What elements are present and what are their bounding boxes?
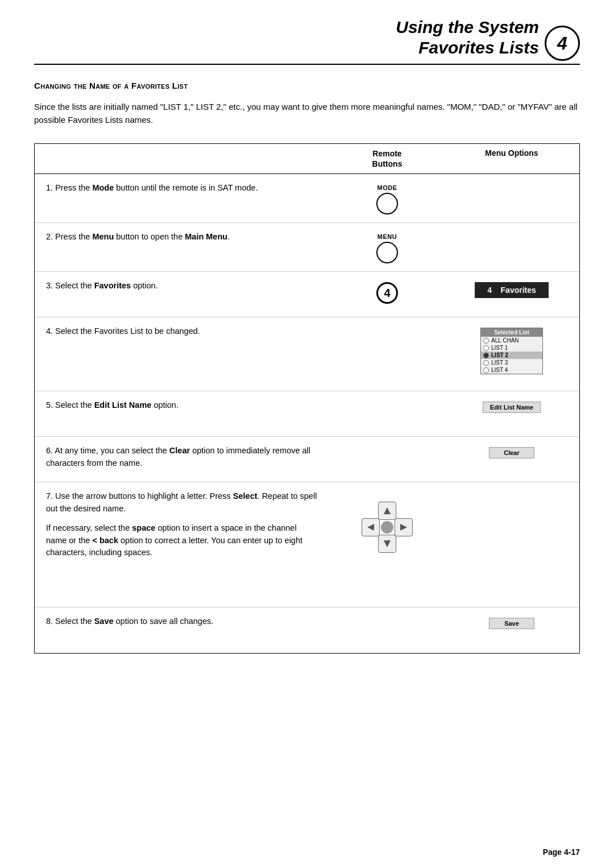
radio-allchan: [483, 338, 489, 344]
step-8-text: 8. Select the Save option to save all ch…: [35, 615, 330, 628]
step-1-bold: Mode: [92, 183, 114, 192]
step-1-text: 1. Press the Mode button until the remot…: [35, 182, 330, 195]
step-1-number: 1.: [46, 183, 55, 192]
step-2-menu: [444, 231, 579, 233]
step-7-text: 7. Use the arrow buttons to highlight a …: [35, 490, 330, 559]
svg-marker-0: [384, 507, 391, 514]
label-list2: LIST 2: [491, 352, 508, 358]
step-5-text: 5. Select the Edit List Name option.: [35, 399, 330, 412]
chapter-circle: 4: [545, 26, 580, 61]
list-item-list2: LIST 2: [481, 352, 542, 359]
step-1-menu: [444, 182, 579, 184]
step-2-bold2: Main Menu: [185, 232, 227, 241]
title-text: Using the System Favorites Lists: [396, 17, 539, 58]
label-allchan: ALL CHAN: [491, 337, 519, 344]
step-6-text: 6. At any time, you can select the Clear…: [35, 445, 330, 470]
svg-marker-1: [384, 540, 391, 547]
menu-options-label: Menu Options: [485, 148, 538, 158]
dpad-center: [381, 521, 393, 534]
step-8-row: 8. Select the Save option to save all ch…: [35, 607, 579, 653]
col-left-header: [35, 148, 330, 169]
dpad-right: [395, 518, 413, 536]
selected-list-widget: Selected List ALL CHAN LIST 1 LIST 2 LIS…: [480, 328, 543, 374]
step-5-menu: Edit List Name: [444, 399, 579, 413]
step-8-menu: Save: [444, 615, 579, 629]
mode-button: [376, 193, 398, 214]
step-5-bold: Edit List Name: [94, 400, 152, 410]
section-heading-text: Changing the Name of a Favorites List: [34, 81, 188, 90]
dpad-left: [362, 518, 380, 536]
col-menu-header: Menu Options: [444, 148, 579, 169]
step-1-row: 1. Press the Mode button until the remot…: [35, 174, 579, 223]
dpad: [362, 502, 413, 553]
radio-list2: [483, 353, 489, 358]
step-3-remote: 4: [330, 280, 444, 304]
step-7-remote: [330, 490, 444, 553]
radio-list3: [483, 360, 489, 366]
svg-marker-2: [367, 524, 374, 531]
step-8-bold: Save: [94, 617, 114, 626]
step-7-bold3: < back: [92, 536, 118, 545]
step-3-bold: Favorites: [94, 281, 131, 290]
radio-list1: [483, 345, 489, 351]
step-4-text: 4. Select the Favorites List to be chang…: [35, 325, 330, 338]
step-2-bold: Menu: [92, 232, 114, 241]
list-item-list4: LIST 4: [481, 366, 542, 374]
label-list4: LIST 4: [491, 367, 508, 373]
label-list1: LIST 1: [491, 345, 508, 351]
step-2-text: 2. Press the Menu button to open the Mai…: [35, 231, 330, 243]
step-3-number-circle: 4: [376, 282, 398, 304]
col-remote-header: RemoteButtons: [330, 148, 444, 169]
step-2-row: 2. Press the Menu button to open the Mai…: [35, 223, 579, 272]
content-area: RemoteButtons Menu Options 1. Press the …: [34, 143, 580, 654]
step-3-text: 3. Select the Favorites option.: [35, 280, 330, 292]
step-8-remote: [330, 615, 444, 618]
column-headers: RemoteButtons Menu Options: [35, 144, 579, 174]
page-number: Page 4-17: [543, 848, 580, 857]
label-list3: LIST 3: [491, 359, 508, 366]
step-4-remote: [330, 325, 444, 328]
step-4-menu: Selected List ALL CHAN LIST 1 LIST 2 LIS…: [444, 325, 579, 374]
step-6-menu: Clear: [444, 445, 579, 458]
title-line2: Favorites Lists: [396, 38, 539, 58]
step-6-bold: Clear: [169, 446, 190, 455]
step-7-row: 7. Use the arrow buttons to highlight a …: [35, 482, 579, 607]
menu-button: [376, 242, 398, 263]
step-2-remote: MENU: [330, 231, 444, 263]
intro-paragraph: Since the lists are initially named "LIS…: [34, 101, 580, 126]
step-5-remote: [330, 399, 444, 402]
edit-list-name-btn: Edit List Name: [483, 402, 541, 413]
step-1-remote: MODE: [330, 182, 444, 214]
step-7-bold2: space: [132, 523, 155, 532]
page-header: Using the System Favorites Lists 4: [0, 0, 614, 64]
step-5-row: 5. Select the Edit List Name option. Edi…: [35, 391, 579, 437]
step-3-row: 3. Select the Favorites option. 4 4 Favo…: [35, 272, 579, 317]
dpad-down: [378, 535, 396, 553]
title-line1: Using the System: [396, 17, 539, 38]
section-heading: Changing the Name of a Favorites List: [34, 81, 580, 90]
save-btn: Save: [489, 618, 534, 629]
header-divider: [34, 64, 580, 65]
step-6-remote: [330, 445, 444, 447]
selected-list-header: Selected List: [481, 328, 542, 337]
radio-list4: [483, 367, 489, 373]
dpad-up: [378, 502, 396, 520]
clear-btn: Clear: [489, 447, 534, 458]
list-item-list1: LIST 1: [481, 344, 542, 352]
list-item-allchan: ALL CHAN: [481, 337, 542, 344]
menu-label: MENU: [377, 233, 397, 240]
remote-buttons-label: RemoteButtons: [372, 149, 403, 168]
list-item-list3: LIST 3: [481, 359, 542, 366]
page-footer: Page 4-17: [543, 848, 580, 857]
step-7-bold: Select: [233, 491, 258, 501]
title-block: Using the System Favorites Lists 4: [396, 17, 580, 58]
svg-marker-3: [400, 524, 407, 531]
favorites-menu-btn: 4 Favorites: [475, 282, 549, 298]
step-3-menu: 4 Favorites: [444, 280, 579, 298]
step-7-menu: [444, 490, 579, 493]
mode-label: MODE: [377, 184, 397, 191]
step-4-row: 4. Select the Favorites List to be chang…: [35, 317, 579, 391]
step-6-row: 6. At any time, you can select the Clear…: [35, 437, 579, 482]
